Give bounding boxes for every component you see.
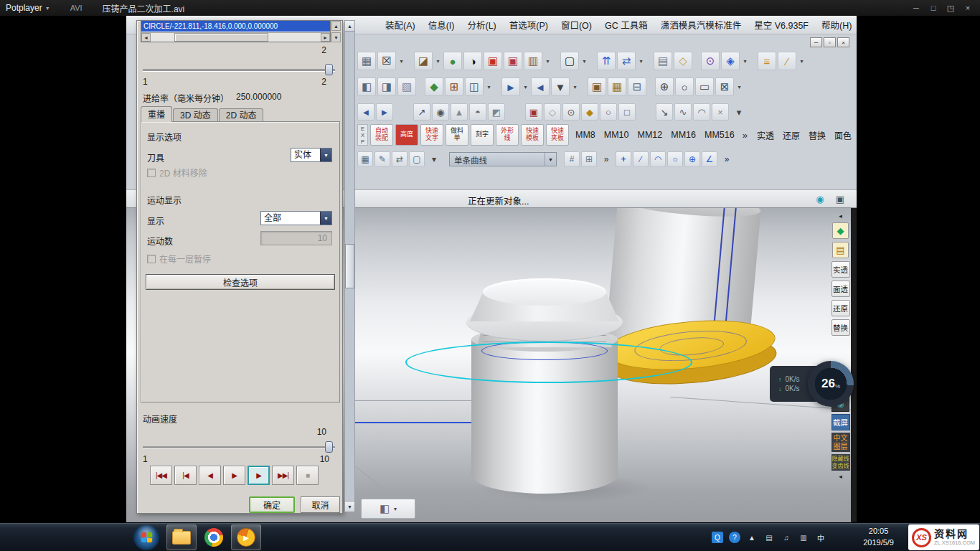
toolbar-icon[interactable]: ▾ [397,54,405,68]
toolbar-icon[interactable]: ▢ [409,151,425,167]
toolbar-icon[interactable]: ▦ [608,77,626,96]
rail-button[interactable]: 还原 [831,300,850,316]
toolbar-icon[interactable]: ▾ [485,80,493,94]
size-preset-button[interactable]: MM516 [700,130,739,140]
toolbar-icon[interactable]: ⊕ [655,77,674,96]
quick-tool-button[interactable]: 外形线 [496,124,519,146]
toolbar-icon[interactable]: ◧ [357,77,376,96]
menu-item[interactable]: 潇洒模具汽模标准件 [654,16,748,34]
check-options-button[interactable]: 检查选项 [146,274,335,290]
dialog-tab[interactable]: 3D 动态 [173,108,218,122]
toolbar-icon[interactable]: » [719,151,735,167]
menu-item[interactable]: 帮助(H) [815,16,857,34]
toolbar-icon[interactable]: ◈ [721,52,740,70]
toolbar-icon[interactable]: ◆ [425,77,443,96]
toolbar-icon[interactable]: ▨ [397,77,416,96]
toolbar-icon[interactable]: ▾ [544,54,552,68]
chevron-down-icon[interactable]: ▼ [320,212,331,225]
scroll-down-icon[interactable]: ▼ [345,501,354,512]
toolbar-icon[interactable]: ▾ [741,54,749,68]
toolbar-icon[interactable]: ○ [675,77,694,96]
video-area[interactable]: 装配(A)信息(I)分析(L)首选项(P)窗口(O)GC 工具箱潇洒模具汽模标准… [0,16,980,522]
toolbar-icon[interactable]: ▤ [654,52,672,70]
scroll-up-icon[interactable]: ▲ [345,21,354,32]
toolbar-icon[interactable]: ▾ [434,54,442,68]
view-orient-toolbar[interactable]: ◧ ▾ [361,499,415,519]
tray-icon[interactable]: ? [729,532,740,543]
status-icon[interactable]: ◉ [814,192,826,205]
toolbar-icon[interactable]: ↗ [413,103,430,121]
rail-button[interactable]: ◂ [839,212,842,220]
toolbar-icon[interactable]: ◫ [465,77,484,96]
toolbar-icon[interactable]: ↘ [656,103,673,121]
chevron-down-icon[interactable]: ▼ [320,149,331,161]
toolbar-icon[interactable]: ⊞ [581,151,597,167]
dialog-tab[interactable]: 2D 动态 [219,108,264,122]
menu-item[interactable]: 星空 V6.935F [748,16,815,34]
tray-icon[interactable]: ♫ [781,532,792,543]
slider-handle[interactable] [325,64,333,75]
toolbar-icon[interactable]: × [712,103,729,121]
menu-item[interactable]: 窗口(O) [555,16,598,34]
toolbar-icon[interactable]: ▾ [798,54,806,68]
toolbar-icon[interactable]: ▾ [730,103,748,121]
size-preset-button[interactable]: MM12 [633,130,667,140]
tray-icon[interactable]: ▤ [763,532,775,543]
progress-circle-widget[interactable]: 26 % [808,361,854,407]
toolbar-icon[interactable]: □ [618,103,636,121]
playback-button[interactable]: ▶ [223,466,245,485]
menu-item[interactable]: 分析(L) [461,16,502,34]
view-mode-button[interactable]: 还原 [779,127,804,143]
tray-icon[interactable]: ▲ [746,532,758,543]
toolbar-icon[interactable]: ⊠ [715,77,734,96]
size-preset-button[interactable]: MM16 [666,130,700,140]
rail-button[interactable]: ◆ [832,222,849,239]
toolbar-icon[interactable]: ► [376,103,393,121]
fullscreen-icon[interactable]: ◳ [943,1,958,14]
motion-count-field[interactable]: 10 [260,231,332,245]
quick-tool-button[interactable]: 快速模板 [521,124,544,146]
toolbar-icon[interactable]: ◄ [357,103,374,121]
rail-button[interactable]: 隐藏线变齿线 [831,454,850,471]
toolbar-icon[interactable]: ○ [667,151,683,167]
potplayer-taskbar-button[interactable]: ▶ [231,524,261,550]
toolbar-icon[interactable]: ▣ [504,52,522,70]
slider-track[interactable] [143,69,335,71]
toolbar-icon[interactable]: ▦ [357,52,376,70]
toolbar-icon[interactable]: ◓ [469,103,486,121]
toolbar-icon[interactable]: ◇ [544,103,561,121]
toolbar-icon[interactable]: + [616,151,631,167]
rail-button[interactable]: ◂ [839,473,842,480]
playback-button[interactable]: ◀ [199,466,221,485]
minimize-icon[interactable]: ─ [810,37,822,47]
dialog-scrollbar[interactable]: ▲ ▼ [344,20,355,512]
toolbar-icon[interactable]: ▾ [637,54,645,68]
vertical-scrollbar[interactable]: ▲ ▼ [331,21,341,42]
toolbar-icon[interactable]: ✎ [374,151,390,167]
scrollbar-thumb[interactable] [174,33,268,42]
horizontal-scrollbar[interactable]: ◄ ► [141,32,330,42]
slider-handle[interactable] [325,441,333,453]
gcode-selected-row[interactable]: CIRCLE/-221.811,-18.416,0.000,0.000000 [141,21,330,32]
quick-tool-button[interactable]: 快速文字 [420,124,443,146]
maximize-icon[interactable]: □ [925,1,941,14]
dialog-tab[interactable]: 重播 [141,106,172,122]
toolbar-icon[interactable]: ► [501,77,520,96]
toolbar-icon[interactable]: ◠ [650,151,666,167]
rail-button[interactable]: 截屏 [831,414,850,430]
taskbar-clock[interactable]: 20:05 2019/5/9 [863,526,894,549]
tool-dropdown[interactable]: 实体 ▼ [291,148,332,162]
toolbar-icon[interactable]: ▭ [695,77,714,96]
animation-speed-slider[interactable] [143,441,335,453]
toolbar-icon[interactable]: ▾ [426,151,442,167]
status-icon[interactable]: ▣ [834,192,847,205]
show-dropdown[interactable]: 全部 ▼ [260,211,332,225]
toolbar-icon[interactable]: ⊙ [701,52,720,70]
toolbar-icon[interactable]: ◨ [377,77,396,96]
toolbar-icon[interactable]: ○ [600,103,617,121]
quick-tool-button[interactable]: 高度 [395,124,418,146]
quick-tool-button[interactable]: 做料单 [446,124,468,146]
toolbar-icon[interactable]: ∠ [702,151,717,167]
menu-item[interactable]: 信息(I) [422,16,461,34]
curve-filter-dropdown[interactable]: 单条曲线 ▼ [449,152,557,166]
